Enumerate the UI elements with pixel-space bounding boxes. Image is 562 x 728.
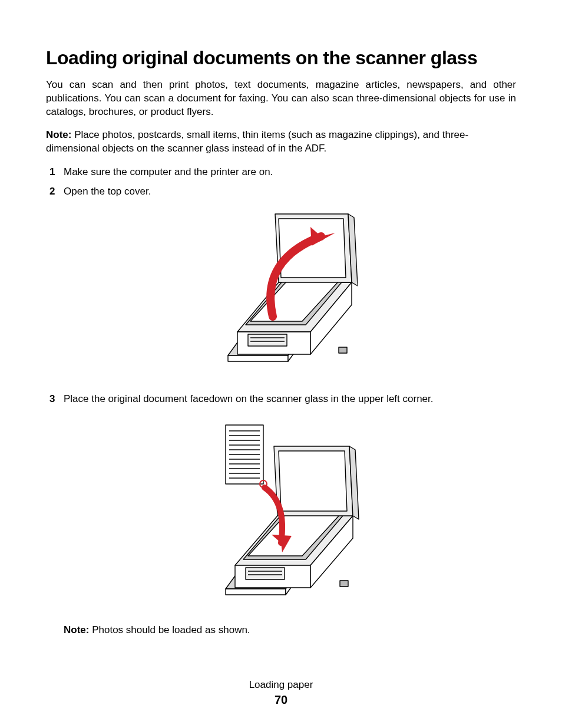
svg-rect-8 xyxy=(248,334,287,346)
footer-page-number: 70 xyxy=(0,693,562,707)
svg-rect-14 xyxy=(339,347,347,353)
note-label: Note: xyxy=(46,129,71,140)
svg-rect-30 xyxy=(340,581,348,587)
intro-paragraph: You can scan and then print photos, text… xyxy=(46,78,516,119)
step-text: Place the original document facedown on … xyxy=(64,393,434,404)
list-item: 2 Open the top cover. xyxy=(64,185,516,382)
printer-open-cover-icon xyxy=(222,207,358,378)
list-item: 1 Make sure the computer and the printer… xyxy=(64,166,516,179)
page-footer: Loading paper 70 xyxy=(0,679,562,707)
figure-open-cover xyxy=(64,207,516,382)
svg-marker-28 xyxy=(279,451,347,511)
svg-rect-24 xyxy=(246,568,285,579)
sub-note: Note: Photos should be loaded as shown. xyxy=(64,624,516,637)
step-number: 3 xyxy=(49,393,55,406)
step-number: 1 xyxy=(49,166,55,179)
step-text: Make sure the computer and the printer a… xyxy=(64,166,273,177)
svg-marker-12 xyxy=(279,219,346,278)
page-title: Loading original documents on the scanne… xyxy=(46,47,516,69)
note-paragraph: Note: Place photos, postcards, small ite… xyxy=(46,129,516,156)
step-text: Open the top cover. xyxy=(64,186,151,197)
printer-place-document-icon xyxy=(216,414,363,609)
document-page: Loading original documents on the scanne… xyxy=(0,0,562,728)
svg-marker-1 xyxy=(228,355,288,361)
steps-list: 1 Make sure the computer and the printer… xyxy=(46,166,516,637)
note-body: Place photos, postcards, small items, th… xyxy=(46,129,468,154)
list-item: 3 Place the original document facedown o… xyxy=(64,393,516,637)
svg-marker-17 xyxy=(226,589,286,595)
sub-note-body: Photos should be loaded as shown. xyxy=(89,624,250,635)
step-number: 2 xyxy=(49,185,55,199)
footer-section-label: Loading paper xyxy=(0,679,562,691)
figure-place-document xyxy=(64,414,516,613)
note-label: Note: xyxy=(64,624,89,635)
